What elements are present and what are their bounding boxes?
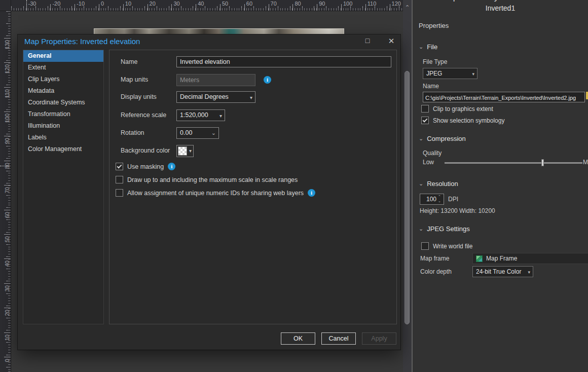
close-icon[interactable]: ✕ (384, 36, 399, 46)
file-section-title: File (427, 43, 437, 51)
file-path-input[interactable]: C:\gis\Projects\Terrain\Terrain_Exports\… (423, 92, 585, 102)
chevron-down-icon: ▾ (472, 70, 474, 78)
dialog-sidebar: General Extent Clip Layers Metadata Coor… (23, 50, 104, 324)
ruler-tick-label: 80 (4, 163, 10, 169)
ruler-tick (292, 4, 293, 11)
rotation-label: Rotation (121, 129, 144, 136)
sidebar-item-coordinate-systems[interactable]: Coordinate Systems (23, 97, 103, 108)
ruler-tick (4, 62, 11, 63)
spinner-arrows-icon[interactable]: ⌃⌄ (436, 194, 443, 204)
map-properties-dialog: Map Properties: Inverted elevation □ ✕ G… (18, 34, 400, 350)
file-type-dropdown[interactable]: JPEG ▾ (423, 68, 477, 79)
ruler-tick (4, 87, 11, 88)
browse-folder-icon[interactable] (586, 93, 588, 99)
chevron-down-icon: ▾ (528, 268, 530, 276)
sidebar-item-general[interactable]: General (23, 50, 103, 62)
properties-tab-label[interactable]: Properties (419, 22, 449, 29)
color-depth-dropdown[interactable]: 24-bit True Color ▾ (472, 266, 533, 277)
quality-max-label: Max (583, 159, 588, 166)
spinner-down-icon[interactable]: ⌄ (438, 199, 441, 203)
ruler-tick-label: 100 (343, 1, 352, 7)
spinner-up-icon[interactable]: ⌃ (438, 195, 441, 198)
sidebar-item-illumination[interactable]: Illumination (23, 120, 103, 132)
file-type-value: JPEG (426, 70, 442, 77)
ruler-tick-label: 20 (150, 1, 156, 7)
dpi-spinner[interactable]: 100 ⌃⌄ (420, 194, 444, 205)
ruler-tick (148, 4, 148, 11)
maximize-icon[interactable]: □ (360, 36, 375, 45)
color-depth-label: Color depth (420, 268, 452, 275)
ruler-tick-label: 0 (101, 1, 104, 7)
background-color-picker[interactable]: ▾ (176, 145, 194, 157)
color-depth-value: 24-bit True Color (476, 268, 521, 275)
check-icon (423, 118, 428, 123)
info-icon[interactable]: i (308, 189, 315, 197)
scrollbar-up-icon[interactable]: ⌃ (403, 4, 412, 11)
clip-graphics-checkbox[interactable] (421, 105, 429, 113)
world-file-label: Write world file (433, 243, 472, 250)
map-name-input[interactable]: Inverted elevation (176, 56, 391, 67)
ruler-tick-label: 70 (4, 187, 10, 193)
ruler-tick-label: 90 (4, 138, 10, 144)
chevron-down-icon: ⌄ (419, 44, 423, 50)
reference-scale-dropdown[interactable]: 1:520,000 ▾ (176, 109, 225, 121)
ruler-tick-label: 30 (4, 285, 10, 291)
name-label: Name (121, 58, 137, 65)
ruler-tick (75, 4, 75, 11)
use-masking-row: Use masking i (116, 163, 175, 170)
sidebar-item-clip-layers[interactable]: Clip Layers (23, 73, 103, 85)
ruler-tick-label: 110 (4, 89, 10, 98)
map-frame-label: Map frame (420, 255, 449, 262)
ruler-tick-label: 80 (295, 1, 301, 7)
compression-section-title: Compression (427, 135, 466, 142)
ok-button[interactable]: OK (281, 332, 315, 345)
ruler-tick-label: 130 (4, 40, 10, 49)
check-icon (117, 164, 122, 169)
export-layout-pane: Export Layout Inverted1 Properties ⌄ Fil… (412, 0, 588, 372)
quality-label: Quality (423, 150, 442, 157)
ruler-tick-label: 0 (4, 359, 10, 362)
use-masking-checkbox[interactable] (116, 163, 123, 170)
info-icon[interactable]: i (264, 76, 271, 84)
jpeg-settings-section-title: JPEG Settings (427, 225, 470, 233)
draw-max-scale-checkbox[interactable] (116, 176, 123, 183)
world-file-checkbox[interactable] (421, 242, 429, 250)
cancel-button[interactable]: Cancel (321, 332, 356, 345)
file-name-label: Name (423, 83, 439, 90)
sidebar-item-extent[interactable]: Extent (23, 62, 103, 73)
compression-section-header[interactable]: ⌄ Compression (419, 135, 466, 142)
apply-button: Apply (362, 332, 396, 345)
sidebar-item-metadata[interactable]: Metadata (23, 85, 103, 97)
sidebar-item-color-management[interactable]: Color Management (23, 143, 103, 155)
selection-symbology-checkbox[interactable] (421, 117, 429, 124)
ruler-tick (244, 4, 245, 11)
ruler-tick (4, 136, 11, 136)
ruler-tick-label: 100 (4, 114, 10, 123)
unique-ids-checkbox[interactable] (116, 189, 123, 197)
info-icon[interactable]: i (168, 163, 175, 170)
sidebar-item-labels[interactable]: Labels (23, 132, 103, 143)
ruler-tick (4, 111, 11, 112)
use-masking-label: Use masking (127, 163, 164, 170)
ruler-tick (4, 332, 11, 333)
display-units-dropdown[interactable]: Decimal Degrees ▾ (176, 91, 255, 103)
quality-slider-handle[interactable] (541, 159, 544, 166)
map-frame-dropdown[interactable]: Map Frame (472, 253, 588, 264)
file-section-header[interactable]: ⌄ File (419, 43, 437, 51)
chevron-down-icon: ⌄ (419, 226, 423, 232)
ruler-tick-label: 110 (368, 1, 377, 7)
ruler-tick-label: -30 (28, 1, 36, 7)
chevron-down-icon: ▾ (189, 148, 192, 154)
sidebar-item-transformation[interactable]: Transformation (23, 108, 103, 120)
scrollbar-thumb[interactable] (405, 71, 410, 324)
clip-graphics-row: Clip to graphics extent (421, 105, 493, 113)
map-frame-value: Map Frame (486, 255, 517, 262)
resolution-section-header[interactable]: ⌄ Resolution (419, 180, 458, 188)
quality-slider-track[interactable] (445, 162, 582, 164)
transparent-color-swatch (178, 146, 187, 156)
jpeg-settings-section-header[interactable]: ⌄ JPEG Settings (419, 225, 470, 233)
rotation-combo[interactable]: 0.00 ⌄ (176, 127, 219, 139)
selection-symbology-label: Show selection symbology (433, 117, 504, 124)
draw-max-scale-row: Draw up to and including the maximum sca… (116, 176, 298, 183)
layout-vertical-scrollbar[interactable]: ⌃ (403, 0, 412, 372)
